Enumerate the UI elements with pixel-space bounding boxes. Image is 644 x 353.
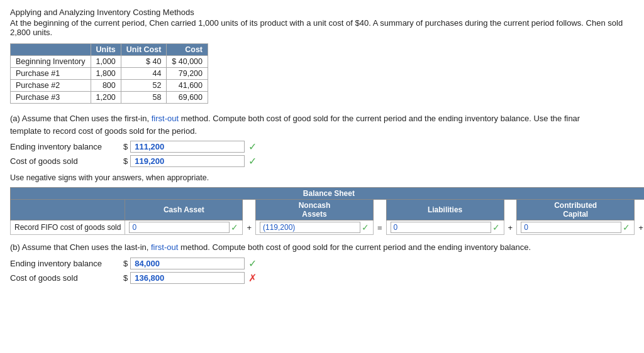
bs-cash-asset: ✓ — [125, 220, 243, 235]
bs-contributed-cell: ✓ — [517, 220, 635, 235]
bs-liab-check: ✓ — [492, 222, 500, 232]
financial-tables-wrapper: Balance Sheet Cash Asset + NoncashAssets… — [10, 187, 634, 235]
bs-cash-input[interactable] — [129, 222, 230, 233]
cost-of-goods-dollar-b: $ — [123, 273, 128, 283]
ending-inventory-dollar-b: $ — [123, 259, 128, 268]
section-b-text: (b) Assume that Chen uses the last-in, f… — [10, 241, 634, 254]
row-units: 1,000 — [91, 56, 121, 68]
page-title: Applying and Analyzing Inventory Costing… — [10, 8, 634, 17]
bs-row: Record FIFO cost of goods sold ✓ + ✓ = ✓… — [11, 220, 645, 235]
bs-noncash-cell: ✓ — [256, 220, 374, 235]
bs-col-liabilities: Liabilities — [386, 200, 504, 220]
row-label: Purchase #2 — [11, 80, 91, 92]
col-header-unit-cost: Unit Cost — [121, 44, 167, 56]
bs-col-transaction — [11, 200, 125, 220]
ending-inventory-input[interactable] — [130, 141, 245, 153]
cost-of-goods-check-a: ✓ — [248, 155, 257, 167]
col-header-units: Units — [91, 44, 121, 56]
row-unit-cost: 44 — [121, 68, 167, 80]
bs-contrib-check: ✓ — [623, 222, 630, 232]
bs-op4: + — [635, 200, 644, 220]
row-cost: 69,600 — [167, 92, 208, 104]
row-unit-cost: 52 — [121, 80, 167, 92]
bs-cash-check: ✓ — [231, 222, 238, 232]
bs-liabilities-cell: ✓ — [386, 220, 504, 235]
row-units: 1,800 — [91, 68, 121, 80]
row-cost: $ 40,000 — [167, 56, 208, 68]
row-unit-cost: 58 — [121, 92, 167, 104]
cost-of-goods-row-b: Cost of goods sold $ ✗ — [10, 272, 634, 284]
row-units: 800 — [91, 80, 121, 92]
cost-of-goods-input-b[interactable] — [130, 272, 245, 284]
bs-col-noncash: NoncashAssets — [256, 200, 374, 220]
ending-inventory-check: ✓ — [248, 141, 257, 153]
row-cost: 79,200 — [167, 68, 208, 80]
ending-inventory-label-b: Ending inventory balance — [10, 259, 123, 268]
bs-op4-cell: + — [635, 220, 644, 235]
ending-inventory-input-b[interactable] — [130, 258, 245, 269]
bs-noncash-input[interactable] — [260, 222, 360, 233]
cost-of-goods-row-a: Cost of goods sold $ ✓ — [10, 155, 634, 167]
ending-inventory-label: Ending inventory balance — [10, 142, 123, 151]
inventory-row: Beginning Inventory 1,000 $ 40 $ 40,000 — [11, 56, 208, 68]
row-units: 1,200 — [91, 92, 121, 104]
cost-of-goods-dollar-a: $ — [123, 156, 128, 166]
bs-col-cash-asset: Cash Asset — [125, 200, 243, 220]
bs-col-contributed: ContributedCapital — [517, 200, 635, 220]
note-text: Use negative signs with your answers, wh… — [10, 173, 634, 182]
bs-transaction: Record FIFO cost of goods sold — [11, 220, 125, 235]
bs-op3-cell: + — [504, 220, 517, 235]
inventory-row: Purchase #3 1,200 58 69,600 — [11, 92, 208, 104]
inventory-row: Purchase #1 1,800 44 79,200 — [11, 68, 208, 80]
ending-inventory-row: Ending inventory balance $ ✓ — [10, 141, 634, 153]
inventory-table: Units Unit Cost Cost Beginning Inventory… — [10, 43, 208, 104]
cost-of-goods-input-a[interactable] — [130, 155, 245, 167]
bs-noncash-check: ✓ — [362, 222, 369, 232]
row-label: Purchase #1 — [11, 68, 91, 80]
cost-of-goods-label-a: Cost of goods sold — [10, 156, 123, 166]
fifo-highlight: first-out — [152, 114, 179, 123]
row-cost: 41,600 — [167, 80, 208, 92]
ending-inventory-dollar: $ — [123, 142, 128, 151]
cost-of-goods-label-b: Cost of goods sold — [10, 273, 123, 283]
col-header-item — [11, 44, 91, 56]
row-label: Beginning Inventory — [11, 56, 91, 68]
bs-op3: + — [504, 200, 517, 220]
bs-op1: + — [243, 200, 256, 220]
row-unit-cost: $ 40 — [121, 56, 167, 68]
ending-inventory-row-b: Ending inventory balance $ ✓ — [10, 258, 634, 269]
bs-op2: = — [374, 200, 387, 220]
bs-op1-cell: + — [243, 220, 256, 235]
cost-of-goods-check-b: ✗ — [248, 272, 257, 284]
page-subtitle: At the beginning of the current period, … — [10, 18, 634, 37]
bs-op2-cell: = — [374, 220, 387, 235]
row-label: Purchase #3 — [11, 92, 91, 104]
bs-liab-input[interactable] — [391, 222, 491, 233]
section-a-text: (a) Assume that Chen uses the first-in, … — [10, 112, 634, 137]
col-header-cost: Cost — [167, 44, 208, 56]
ending-inventory-check-b: ✓ — [248, 258, 257, 269]
bs-contrib-input[interactable] — [521, 222, 621, 233]
balance-sheet-table: Balance Sheet Cash Asset + NoncashAssets… — [10, 187, 644, 235]
inventory-row: Purchase #2 800 52 41,600 — [11, 80, 208, 92]
balance-sheet-title: Balance Sheet — [11, 188, 645, 200]
lifo-highlight: first-out — [151, 242, 178, 252]
